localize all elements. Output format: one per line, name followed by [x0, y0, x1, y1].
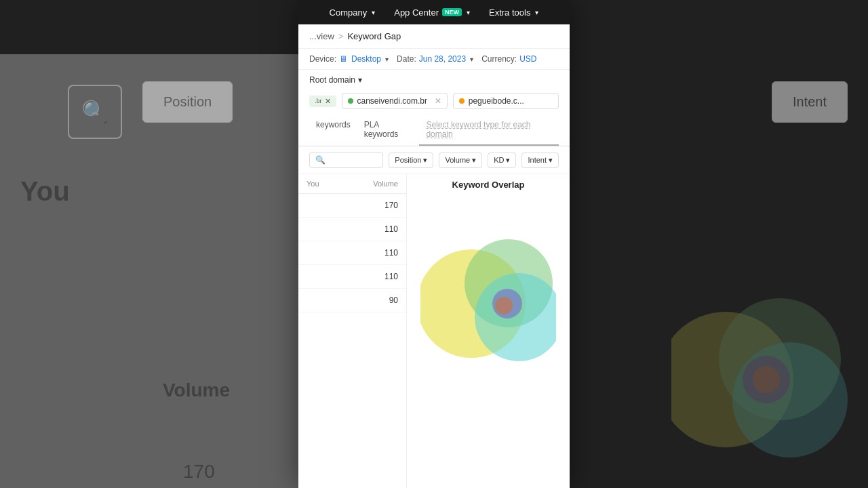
device-chevron: ▾	[385, 56, 389, 63]
domain-3-value: pegueibode.c...	[469, 96, 524, 106]
nav-app-center-badge: NEW	[442, 8, 462, 16]
cell-you-5	[298, 289, 381, 312]
table-filters-row: 🔍 Position ▾ Volume ▾ KD ▾ Intent ▾	[298, 146, 570, 174]
bg-you-text: You	[20, 176, 70, 207]
intent-filter-label: Intent	[528, 156, 547, 164]
bg-search-icon: 🔍	[68, 85, 122, 139]
nav-company[interactable]: Company ▾	[320, 0, 385, 24]
chart-title: Keyword Overlap	[452, 180, 525, 190]
nav-extra-tools-label: Extra tools	[489, 7, 530, 18]
table-row: 110	[298, 218, 406, 241]
bg-overlap-text: lap	[825, 178, 868, 211]
bg-volume-text: Volume	[163, 380, 230, 401]
cell-you-2	[298, 218, 376, 241]
cell-volume-2: 110	[376, 218, 406, 241]
volume-filter-btn[interactable]: Volume ▾	[439, 152, 482, 168]
breadcrumb-current: Keyword Gap	[347, 31, 401, 41]
col-header-volume: Volume	[365, 174, 406, 193]
content-area: You Volume 170 110 110 110	[298, 174, 570, 488]
domain-selectors-row: Root domain ▾	[298, 70, 570, 90]
col-header-you: You	[298, 174, 365, 193]
volume-filter-chevron: ▾	[472, 156, 476, 165]
tab-keywords-label: keywords	[316, 120, 351, 129]
device-label: Device:	[309, 54, 336, 64]
table-row: 170	[298, 194, 406, 218]
tab-keywords[interactable]: keywords	[309, 115, 357, 146]
device-icon: 🖥	[339, 54, 347, 64]
svg-point-4	[753, 366, 780, 393]
cell-you-3	[298, 241, 376, 264]
search-box[interactable]: 🔍	[309, 152, 383, 168]
domain-3-dot	[459, 98, 465, 104]
currency-label: Currency:	[481, 54, 517, 64]
domain-inputs-row: .br ✕ canseivendi.com.br ✕ pegueibode.c.…	[298, 90, 570, 115]
cell-you-4	[298, 265, 376, 288]
volume-filter-label: Volume	[445, 156, 470, 164]
device-filter[interactable]: Device: 🖥 Desktop ▾	[309, 54, 389, 64]
bg-intent-button: Intent	[772, 81, 848, 123]
position-filter-label: Position	[395, 156, 421, 164]
table-row: 90	[298, 289, 406, 312]
filters-row: Device: 🖥 Desktop ▾ Date: Jun 28, 2023 ▾…	[298, 49, 570, 70]
cell-you-1	[298, 194, 376, 217]
nav-app-center-chevron: ▾	[467, 9, 470, 16]
date-filter[interactable]: Date: Jun 28, 2023 ▾	[397, 54, 473, 64]
venn-diagram	[420, 209, 556, 344]
table-row: 110	[298, 265, 406, 289]
kd-filter-btn[interactable]: KD ▾	[488, 152, 516, 168]
date-value[interactable]: Jun 28, 2023	[419, 54, 466, 64]
device-value[interactable]: Desktop	[351, 54, 381, 64]
table-headers: You Volume	[298, 174, 406, 194]
tab-select-keyword-type[interactable]: Select keyword type for each domain	[419, 115, 559, 146]
tab-pla-keywords-label: PLA keywords	[364, 120, 399, 139]
nav-company-chevron: ▾	[372, 9, 375, 16]
nav-app-center[interactable]: App Center NEW ▾	[384, 0, 479, 24]
breadcrumb-parent: ...view	[309, 31, 334, 41]
cell-volume-1: 170	[376, 194, 406, 217]
search-icon: 🔍	[315, 155, 326, 165]
nav-app-center-label: App Center	[394, 7, 439, 18]
date-label: Date:	[397, 54, 416, 64]
cell-volume-5: 90	[381, 289, 406, 312]
nav-company-label: Company	[330, 7, 368, 18]
intent-filter-btn[interactable]: Intent ▾	[521, 152, 559, 168]
position-filter-chevron: ▾	[423, 156, 427, 165]
domain-tag-1-close[interactable]: ✕	[325, 97, 331, 106]
intent-filter-chevron: ▾	[549, 156, 553, 165]
kd-filter-chevron: ▾	[506, 156, 510, 165]
domain-input-3[interactable]: pegueibode.c...	[453, 93, 559, 109]
kd-filter-label: KD	[494, 156, 504, 164]
top-navigation: Company ▾ App Center NEW ▾ Extra tools ▾	[298, 0, 570, 24]
tab-select-type-label: Select keyword type for each domain	[426, 120, 530, 139]
keyword-type-tabs: keywords PLA keywords Select keyword typ…	[298, 115, 570, 146]
domain-selector-1-chevron: ▾	[358, 75, 362, 85]
domain-2-close[interactable]: ✕	[435, 96, 441, 106]
breadcrumb-separator: >	[338, 31, 344, 41]
cell-volume-4: 110	[376, 265, 406, 288]
bg-value-170: 170	[183, 461, 215, 483]
domain-selector-1[interactable]: Root domain ▾	[309, 75, 362, 85]
currency-filter[interactable]: Currency: USD	[481, 54, 536, 64]
data-table: You Volume 170 110 110 110	[298, 174, 407, 488]
breadcrumb: ...view > Keyword Gap	[298, 24, 570, 49]
domain-input-2[interactable]: canseivendi.com.br ✕	[342, 93, 448, 109]
domain-2-value: canseivendi.com.br	[357, 96, 427, 106]
domain-tag-1-text: .br	[315, 98, 322, 104]
tab-pla-keywords[interactable]: PLA keywords	[357, 115, 420, 146]
bg-position-button: Position	[142, 81, 233, 123]
chart-panel: Keyword Overlap	[407, 174, 570, 488]
domain-tag-1: .br ✕	[309, 96, 336, 107]
nav-extra-tools-chevron: ▾	[535, 9, 538, 16]
bg-venn-diagram	[671, 291, 848, 470]
cell-volume-3: 110	[376, 241, 406, 264]
table-body: 170 110 110 110 90	[298, 194, 406, 312]
nav-extra-tools[interactable]: Extra tools ▾	[479, 0, 548, 24]
domain-selector-1-label: Root domain	[309, 75, 355, 85]
svg-point-9	[495, 297, 513, 314]
position-filter-btn[interactable]: Position ▾	[389, 152, 433, 168]
svg-point-2	[732, 342, 848, 458]
domain-2-dot	[348, 98, 353, 104]
currency-value[interactable]: USD	[519, 54, 536, 64]
venn-svg	[420, 209, 556, 371]
table-row: 110	[298, 241, 406, 265]
